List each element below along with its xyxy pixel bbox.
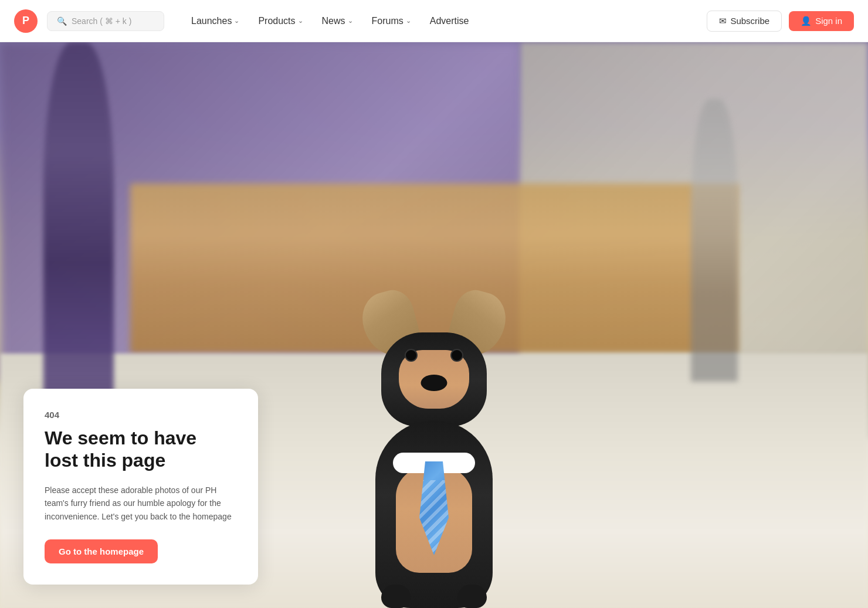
chevron-down-icon: ⌄: [298, 17, 303, 25]
error-title-line1: We seem to have: [45, 427, 196, 449]
nav-links: Launches ⌄ Products ⌄ News ⌄ Forums ⌄ Ad…: [183, 11, 702, 31]
dog-illustration: [311, 168, 557, 608]
chevron-down-icon: ⌄: [406, 17, 411, 25]
subscribe-label: Subscribe: [730, 16, 769, 26]
go-to-homepage-button[interactable]: Go to the homepage: [45, 539, 158, 563]
nav-products-label: Products: [258, 16, 295, 26]
error-description: Please accept these adorable photos of o…: [45, 484, 237, 523]
error-code: 404: [45, 410, 237, 420]
signin-button[interactable]: 👤 Sign in: [789, 11, 854, 31]
chevron-down-icon: ⌄: [234, 17, 239, 25]
error-title: We seem to have lost this page: [45, 427, 237, 472]
nav-item-launches[interactable]: Launches ⌄: [183, 11, 247, 31]
error-title-line2: lost this page: [45, 450, 165, 471]
dog-figure: [340, 244, 528, 608]
dog-paw-right: [457, 585, 487, 608]
nav-item-news[interactable]: News ⌄: [314, 11, 361, 31]
dog-eye-right: [450, 349, 463, 362]
nav-news-label: News: [322, 16, 345, 26]
dog-eye-left: [405, 349, 418, 362]
dog-nose: [421, 375, 447, 391]
subscribe-icon: ✉: [719, 16, 727, 26]
subscribe-button[interactable]: ✉ Subscribe: [707, 11, 782, 32]
search-icon: 🔍: [57, 16, 67, 26]
signin-label: Sign in: [815, 16, 842, 26]
homepage-btn-label: Go to the homepage: [59, 546, 144, 556]
bg-person-right: [691, 99, 738, 382]
nav-advertise-label: Advertise: [430, 16, 469, 26]
bg-person-left: [43, 42, 114, 410]
nav-forums-label: Forums: [372, 16, 404, 26]
logo-button[interactable]: P: [14, 9, 38, 33]
navbar: P 🔍 Search ( ⌘ + k ) Launches ⌄ Products…: [0, 0, 868, 42]
error-card: 404 We seem to have lost this page Pleas…: [23, 389, 258, 585]
dog-paw-left: [381, 585, 411, 608]
chevron-down-icon: ⌄: [348, 17, 353, 25]
nav-item-products[interactable]: Products ⌄: [250, 11, 311, 31]
search-box[interactable]: 🔍 Search ( ⌘ + k ): [47, 11, 164, 31]
nav-item-advertise[interactable]: Advertise: [422, 11, 477, 31]
nav-launches-label: Launches: [191, 16, 232, 26]
search-placeholder: Search ( ⌘ + k ): [72, 16, 131, 26]
nav-item-forums[interactable]: Forums ⌄: [364, 11, 419, 31]
logo-letter: P: [22, 15, 29, 27]
signin-icon: 👤: [801, 16, 812, 26]
nav-right: ✉ Subscribe 👤 Sign in: [707, 11, 854, 32]
